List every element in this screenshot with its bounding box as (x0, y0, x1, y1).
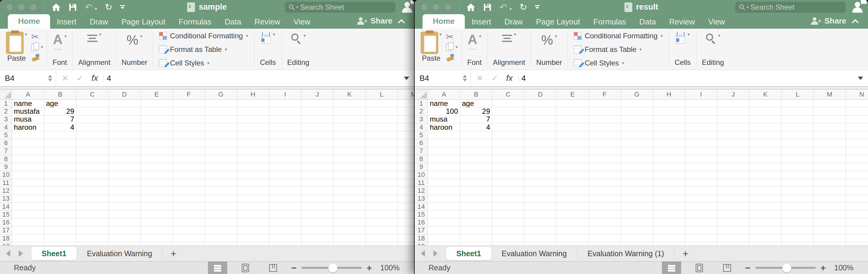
cell-D7[interactable] (525, 147, 557, 155)
row-header-11[interactable]: 11 (0, 179, 12, 187)
cell-A7[interactable] (12, 147, 44, 155)
cell-E8[interactable] (141, 155, 173, 163)
cell-K13[interactable] (749, 195, 782, 203)
cell-J10[interactable] (302, 171, 334, 179)
cell-J9[interactable] (717, 163, 750, 171)
cell-A14[interactable] (428, 203, 460, 211)
cell-M3[interactable] (814, 116, 846, 123)
cell-H10[interactable] (237, 171, 270, 179)
cell-D7[interactable] (108, 147, 141, 155)
cell-I9[interactable] (269, 163, 302, 171)
row-header-2[interactable]: 2 (415, 108, 428, 115)
cell-M14[interactable] (398, 203, 414, 211)
cell-K6[interactable] (334, 139, 366, 147)
cell-F17[interactable] (173, 226, 205, 235)
cell-K12[interactable] (334, 187, 366, 195)
row-header-5[interactable]: 5 (0, 131, 12, 139)
cell-J19[interactable] (302, 242, 334, 245)
cell-E19[interactable] (141, 242, 173, 245)
name-box-stepper[interactable] (463, 75, 468, 82)
cell-G13[interactable] (621, 195, 653, 203)
row-header-9[interactable]: 9 (415, 163, 428, 171)
cell-L9[interactable] (366, 163, 398, 171)
row-header-14[interactable]: 14 (0, 203, 12, 211)
sheet-tab-evaluation-warning[interactable]: Evaluation Warning (77, 247, 163, 260)
cell-A11[interactable] (12, 179, 44, 187)
cell-A10[interactable] (12, 171, 44, 179)
cell-L18[interactable] (366, 235, 398, 242)
alignment-icon[interactable] (87, 32, 97, 42)
row-header-8[interactable]: 8 (0, 155, 12, 163)
close-window-button[interactable] (421, 4, 428, 11)
cell-J4[interactable] (302, 123, 334, 131)
close-window-button[interactable] (6, 4, 13, 11)
number-icon[interactable]: % (541, 33, 553, 47)
tab-review[interactable]: Review (248, 16, 287, 29)
cell-L9[interactable] (782, 163, 814, 171)
cell-B1[interactable]: age (460, 99, 493, 108)
cell-B13[interactable] (44, 195, 77, 203)
cell-J5[interactable] (717, 131, 750, 139)
cell-K16[interactable] (749, 218, 782, 226)
cell-J14[interactable] (717, 203, 750, 211)
cell-D12[interactable] (525, 187, 557, 195)
cell-A11[interactable] (428, 179, 460, 187)
column-header-B[interactable]: B (460, 89, 493, 99)
cell-H9[interactable] (237, 163, 270, 171)
cell-A1[interactable]: name (428, 99, 460, 108)
cell-C1[interactable] (76, 99, 108, 108)
cell-G19[interactable] (205, 242, 237, 245)
cell-G10[interactable] (621, 171, 653, 179)
cell-J2[interactable] (717, 108, 750, 115)
cell-C14[interactable] (76, 203, 108, 211)
cell-E10[interactable] (141, 171, 173, 179)
cell-H9[interactable] (653, 163, 685, 171)
paste-icon[interactable] (421, 32, 438, 54)
cell-C8[interactable] (76, 155, 108, 163)
cell-G4[interactable] (621, 123, 653, 131)
cell-N2[interactable] (846, 108, 868, 115)
cell-K18[interactable] (334, 235, 366, 242)
cell-G5[interactable] (621, 131, 653, 139)
cell-L12[interactable] (782, 187, 814, 195)
cell-D2[interactable] (108, 108, 141, 115)
cell-M16[interactable] (814, 218, 846, 226)
cell-K4[interactable] (749, 123, 782, 131)
cell-B2[interactable]: 29 (460, 108, 493, 115)
cell-L14[interactable] (366, 203, 398, 211)
cell-H14[interactable] (653, 203, 685, 211)
cell-E1[interactable] (557, 99, 589, 108)
cell-J5[interactable] (302, 131, 334, 139)
cell-E5[interactable] (141, 131, 173, 139)
cell-M10[interactable] (398, 171, 414, 179)
cell-K9[interactable] (334, 163, 366, 171)
cell-E16[interactable] (141, 218, 173, 226)
cell-H5[interactable] (237, 131, 270, 139)
cell-G16[interactable] (621, 218, 653, 226)
cell-F1[interactable] (173, 99, 205, 108)
format-as-table-button[interactable]: Format as Table▾ (574, 45, 642, 54)
cell-B18[interactable] (460, 235, 493, 242)
cell-G7[interactable] (621, 147, 653, 155)
row-header-19[interactable]: 19 (0, 242, 12, 245)
cell-K1[interactable] (334, 99, 366, 108)
cell-H17[interactable] (653, 226, 685, 235)
cell-M11[interactable] (814, 179, 846, 187)
row-header-12[interactable]: 12 (415, 187, 428, 195)
cell-E18[interactable] (557, 235, 589, 242)
cell-N18[interactable] (846, 235, 868, 242)
cell-A18[interactable] (428, 235, 460, 242)
cell-E3[interactable] (141, 116, 173, 123)
cell-C15[interactable] (76, 211, 108, 218)
cell-B4[interactable]: 4 (460, 123, 493, 131)
cell-F15[interactable] (589, 211, 621, 218)
cell-B10[interactable] (460, 171, 493, 179)
cell-C2[interactable] (492, 108, 525, 115)
cell-M16[interactable] (398, 218, 414, 226)
column-header-C[interactable]: C (76, 89, 108, 99)
cell-I4[interactable] (269, 123, 302, 131)
cell-G19[interactable] (621, 242, 653, 245)
cell-B5[interactable] (44, 131, 77, 139)
cell-A8[interactable] (428, 155, 460, 163)
cell-J4[interactable] (717, 123, 750, 131)
